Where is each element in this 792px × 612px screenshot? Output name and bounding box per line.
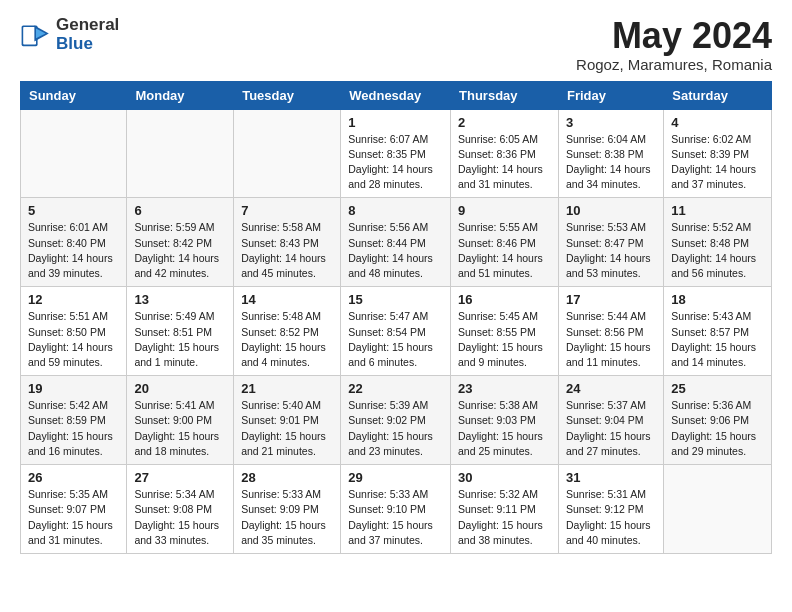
calendar-week-row: 5Sunrise: 6:01 AM Sunset: 8:40 PM Daylig…: [21, 198, 772, 287]
day-number: 1: [348, 115, 443, 130]
day-info: Sunrise: 6:01 AM Sunset: 8:40 PM Dayligh…: [28, 220, 119, 281]
weekday-header-monday: Monday: [127, 81, 234, 109]
calendar-cell: [21, 109, 127, 198]
day-info: Sunrise: 5:34 AM Sunset: 9:08 PM Dayligh…: [134, 487, 226, 548]
day-number: 9: [458, 203, 551, 218]
day-info: Sunrise: 5:39 AM Sunset: 9:02 PM Dayligh…: [348, 398, 443, 459]
logo-general-text: General: [56, 16, 119, 35]
day-number: 7: [241, 203, 333, 218]
day-info: Sunrise: 5:38 AM Sunset: 9:03 PM Dayligh…: [458, 398, 551, 459]
day-info: Sunrise: 5:56 AM Sunset: 8:44 PM Dayligh…: [348, 220, 443, 281]
calendar-week-row: 19Sunrise: 5:42 AM Sunset: 8:59 PM Dayli…: [21, 376, 772, 465]
day-number: 13: [134, 292, 226, 307]
calendar-cell: 5Sunrise: 6:01 AM Sunset: 8:40 PM Daylig…: [21, 198, 127, 287]
calendar-cell: 1Sunrise: 6:07 AM Sunset: 8:35 PM Daylig…: [341, 109, 451, 198]
day-info: Sunrise: 5:43 AM Sunset: 8:57 PM Dayligh…: [671, 309, 764, 370]
day-number: 26: [28, 470, 119, 485]
day-info: Sunrise: 5:33 AM Sunset: 9:10 PM Dayligh…: [348, 487, 443, 548]
day-number: 16: [458, 292, 551, 307]
calendar-cell: 22Sunrise: 5:39 AM Sunset: 9:02 PM Dayli…: [341, 376, 451, 465]
calendar-cell: 20Sunrise: 5:41 AM Sunset: 9:00 PM Dayli…: [127, 376, 234, 465]
location-text: Rogoz, Maramures, Romania: [576, 56, 772, 73]
day-number: 12: [28, 292, 119, 307]
day-info: Sunrise: 5:44 AM Sunset: 8:56 PM Dayligh…: [566, 309, 656, 370]
calendar-cell: 11Sunrise: 5:52 AM Sunset: 8:48 PM Dayli…: [664, 198, 772, 287]
calendar-table: SundayMondayTuesdayWednesdayThursdayFrid…: [20, 81, 772, 554]
day-info: Sunrise: 5:47 AM Sunset: 8:54 PM Dayligh…: [348, 309, 443, 370]
month-year-title: May 2024: [576, 16, 772, 56]
day-info: Sunrise: 5:37 AM Sunset: 9:04 PM Dayligh…: [566, 398, 656, 459]
day-info: Sunrise: 6:05 AM Sunset: 8:36 PM Dayligh…: [458, 132, 551, 193]
logo-text: General Blue: [56, 16, 119, 53]
calendar-header-row: SundayMondayTuesdayWednesdayThursdayFrid…: [21, 81, 772, 109]
day-number: 10: [566, 203, 656, 218]
calendar-week-row: 26Sunrise: 5:35 AM Sunset: 9:07 PM Dayli…: [21, 465, 772, 554]
calendar-cell: 3Sunrise: 6:04 AM Sunset: 8:38 PM Daylig…: [558, 109, 663, 198]
day-info: Sunrise: 6:07 AM Sunset: 8:35 PM Dayligh…: [348, 132, 443, 193]
calendar-cell: 7Sunrise: 5:58 AM Sunset: 8:43 PM Daylig…: [234, 198, 341, 287]
calendar-cell: 4Sunrise: 6:02 AM Sunset: 8:39 PM Daylig…: [664, 109, 772, 198]
calendar-cell: [664, 465, 772, 554]
day-number: 2: [458, 115, 551, 130]
day-number: 18: [671, 292, 764, 307]
calendar-cell: 27Sunrise: 5:34 AM Sunset: 9:08 PM Dayli…: [127, 465, 234, 554]
calendar-cell: 29Sunrise: 5:33 AM Sunset: 9:10 PM Dayli…: [341, 465, 451, 554]
day-number: 21: [241, 381, 333, 396]
day-number: 19: [28, 381, 119, 396]
day-number: 4: [671, 115, 764, 130]
day-info: Sunrise: 5:31 AM Sunset: 9:12 PM Dayligh…: [566, 487, 656, 548]
day-number: 14: [241, 292, 333, 307]
day-info: Sunrise: 5:55 AM Sunset: 8:46 PM Dayligh…: [458, 220, 551, 281]
day-info: Sunrise: 5:33 AM Sunset: 9:09 PM Dayligh…: [241, 487, 333, 548]
day-number: 15: [348, 292, 443, 307]
day-number: 22: [348, 381, 443, 396]
day-info: Sunrise: 5:41 AM Sunset: 9:00 PM Dayligh…: [134, 398, 226, 459]
day-number: 8: [348, 203, 443, 218]
day-info: Sunrise: 6:04 AM Sunset: 8:38 PM Dayligh…: [566, 132, 656, 193]
day-number: 29: [348, 470, 443, 485]
day-info: Sunrise: 5:36 AM Sunset: 9:06 PM Dayligh…: [671, 398, 764, 459]
calendar-week-row: 1Sunrise: 6:07 AM Sunset: 8:35 PM Daylig…: [21, 109, 772, 198]
calendar-cell: 25Sunrise: 5:36 AM Sunset: 9:06 PM Dayli…: [664, 376, 772, 465]
calendar-cell: 18Sunrise: 5:43 AM Sunset: 8:57 PM Dayli…: [664, 287, 772, 376]
day-number: 24: [566, 381, 656, 396]
day-info: Sunrise: 5:45 AM Sunset: 8:55 PM Dayligh…: [458, 309, 551, 370]
day-number: 23: [458, 381, 551, 396]
day-info: Sunrise: 5:48 AM Sunset: 8:52 PM Dayligh…: [241, 309, 333, 370]
day-number: 5: [28, 203, 119, 218]
day-number: 30: [458, 470, 551, 485]
weekday-header-saturday: Saturday: [664, 81, 772, 109]
day-info: Sunrise: 6:02 AM Sunset: 8:39 PM Dayligh…: [671, 132, 764, 193]
calendar-cell: [127, 109, 234, 198]
weekday-header-wednesday: Wednesday: [341, 81, 451, 109]
day-info: Sunrise: 5:42 AM Sunset: 8:59 PM Dayligh…: [28, 398, 119, 459]
calendar-cell: 26Sunrise: 5:35 AM Sunset: 9:07 PM Dayli…: [21, 465, 127, 554]
weekday-header-thursday: Thursday: [451, 81, 559, 109]
calendar-cell: 21Sunrise: 5:40 AM Sunset: 9:01 PM Dayli…: [234, 376, 341, 465]
logo-icon: [20, 19, 52, 51]
weekday-header-sunday: Sunday: [21, 81, 127, 109]
weekday-header-tuesday: Tuesday: [234, 81, 341, 109]
calendar-cell: 16Sunrise: 5:45 AM Sunset: 8:55 PM Dayli…: [451, 287, 559, 376]
calendar-cell: 23Sunrise: 5:38 AM Sunset: 9:03 PM Dayli…: [451, 376, 559, 465]
calendar-cell: 31Sunrise: 5:31 AM Sunset: 9:12 PM Dayli…: [558, 465, 663, 554]
svg-rect-1: [23, 27, 36, 45]
calendar-cell: 9Sunrise: 5:55 AM Sunset: 8:46 PM Daylig…: [451, 198, 559, 287]
day-number: 20: [134, 381, 226, 396]
day-info: Sunrise: 5:40 AM Sunset: 9:01 PM Dayligh…: [241, 398, 333, 459]
day-number: 11: [671, 203, 764, 218]
day-number: 6: [134, 203, 226, 218]
day-info: Sunrise: 5:32 AM Sunset: 9:11 PM Dayligh…: [458, 487, 551, 548]
calendar-cell: 24Sunrise: 5:37 AM Sunset: 9:04 PM Dayli…: [558, 376, 663, 465]
calendar-cell: 14Sunrise: 5:48 AM Sunset: 8:52 PM Dayli…: [234, 287, 341, 376]
day-number: 17: [566, 292, 656, 307]
weekday-header-friday: Friday: [558, 81, 663, 109]
day-number: 31: [566, 470, 656, 485]
logo-blue-text: Blue: [56, 35, 119, 54]
day-info: Sunrise: 5:51 AM Sunset: 8:50 PM Dayligh…: [28, 309, 119, 370]
calendar-cell: 2Sunrise: 6:05 AM Sunset: 8:36 PM Daylig…: [451, 109, 559, 198]
day-number: 27: [134, 470, 226, 485]
calendar-cell: 17Sunrise: 5:44 AM Sunset: 8:56 PM Dayli…: [558, 287, 663, 376]
calendar-cell: 28Sunrise: 5:33 AM Sunset: 9:09 PM Dayli…: [234, 465, 341, 554]
calendar-week-row: 12Sunrise: 5:51 AM Sunset: 8:50 PM Dayli…: [21, 287, 772, 376]
